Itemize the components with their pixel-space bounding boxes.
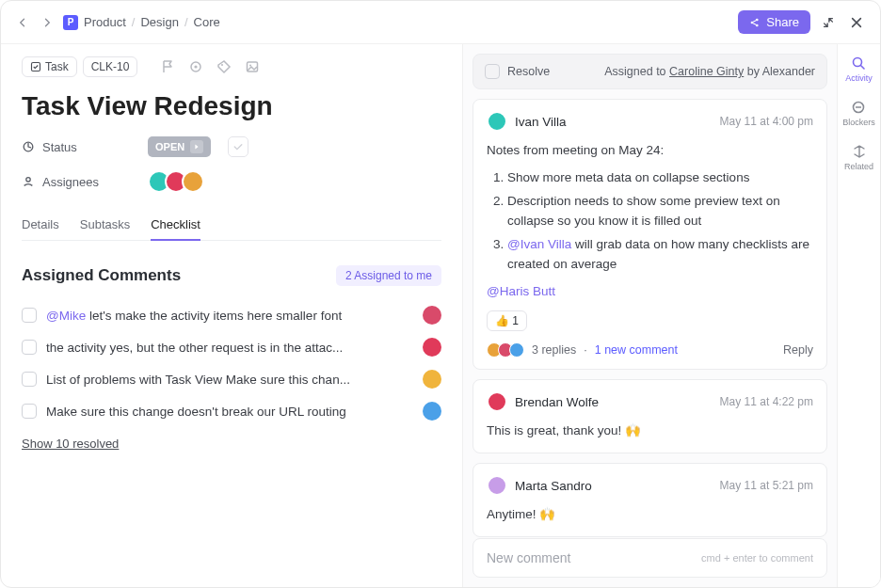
avatar[interactable] bbox=[509, 342, 524, 358]
breadcrumb-sep: / bbox=[132, 15, 136, 29]
svg-point-10 bbox=[26, 178, 30, 182]
comment-row[interactable]: the activity yes, but the other request … bbox=[22, 331, 441, 363]
svg-point-5 bbox=[195, 65, 198, 68]
person-icon bbox=[22, 175, 35, 188]
sidebar-tab-label: Blockers bbox=[842, 118, 875, 127]
comment-checkbox[interactable] bbox=[22, 372, 37, 387]
status-pill[interactable]: OPEN bbox=[148, 136, 211, 157]
sidebar-tab-blockers[interactable]: Blockers bbox=[842, 100, 875, 127]
assignees-label: Assignees bbox=[42, 175, 99, 189]
assigned-prefix: Assigned to bbox=[604, 65, 669, 78]
task-type-label: Task bbox=[45, 60, 69, 73]
task-tabs: DetailsSubtasksChecklist bbox=[22, 210, 441, 241]
avatar[interactable] bbox=[423, 306, 441, 325]
new-comment-input[interactable]: New comment cmd + enter to comment bbox=[473, 538, 827, 578]
right-sidebar: ActivityBlockersRelated bbox=[837, 44, 880, 587]
task-toolbar: Task CLK-10 bbox=[22, 56, 441, 78]
status-icon bbox=[22, 140, 35, 153]
target-icon[interactable] bbox=[184, 56, 207, 78]
assigned-suffix: by Alexander bbox=[744, 65, 815, 78]
activity-pane: Resolve Assigned to Caroline Ginty by Al… bbox=[462, 44, 837, 587]
tag-icon[interactable] bbox=[213, 56, 235, 78]
svg-point-1 bbox=[756, 18, 759, 21]
comment-checkbox[interactable] bbox=[22, 308, 37, 323]
assigned-count-badge[interactable]: 2 Assigned to me bbox=[336, 265, 441, 286]
assigned-name[interactable]: Caroline Ginty bbox=[669, 65, 744, 78]
comment-row[interactable]: List of problems with Task View Make sur… bbox=[22, 363, 441, 395]
breadcrumb-product[interactable]: Product bbox=[84, 15, 126, 29]
comment-row[interactable]: Make sure this change doesn't break our … bbox=[22, 395, 441, 427]
assignees-row: Assignees bbox=[22, 170, 441, 193]
task-main-pane: Task CLK-10 Task View Redesign Status OP… bbox=[1, 44, 462, 587]
comment-body: Notes from meeting on May 24:Show more m… bbox=[487, 141, 813, 301]
nav-back-icon[interactable] bbox=[14, 14, 31, 31]
avatar[interactable] bbox=[423, 370, 441, 389]
status-label: Status bbox=[42, 140, 77, 154]
svg-point-2 bbox=[756, 24, 759, 26]
comment-author[interactable]: Ivan Villa bbox=[515, 115, 713, 129]
comment-text: @Mike let's make the activity items here… bbox=[46, 309, 413, 323]
breadcrumb-sep: / bbox=[184, 15, 188, 29]
avatar[interactable] bbox=[423, 402, 441, 421]
comment-timestamp: May 11 at 5:21 pm bbox=[720, 479, 813, 492]
comment-author[interactable]: Marta Sandro bbox=[515, 479, 713, 493]
assigned-comments-title: Assigned Comments bbox=[22, 266, 181, 285]
comment-footer: 3 replies·1 new commentReply bbox=[487, 342, 813, 358]
collapse-icon[interactable] bbox=[818, 12, 839, 33]
comment-text: List of problems with Task View Make sur… bbox=[46, 373, 413, 387]
activity-card: Brendan WolfeMay 11 at 4:22 pmThis is gr… bbox=[473, 379, 827, 453]
comment-author[interactable]: Brendan Wolfe bbox=[515, 395, 713, 409]
avatar[interactable] bbox=[182, 170, 204, 193]
reply-button[interactable]: Reply bbox=[783, 343, 813, 357]
assignee-avatars[interactable] bbox=[148, 170, 204, 193]
close-icon[interactable] bbox=[846, 12, 867, 33]
tab-details[interactable]: Details bbox=[22, 210, 59, 240]
status-next-icon[interactable] bbox=[190, 140, 203, 153]
task-check-icon bbox=[30, 61, 41, 72]
sidebar-tab-label: Activity bbox=[845, 73, 873, 83]
reaction-button[interactable]: 👍 1 bbox=[487, 310, 527, 331]
resolve-label: Resolve bbox=[507, 65, 550, 78]
comment-body: This is great, thank you! 🙌 bbox=[487, 421, 813, 441]
flag-icon[interactable] bbox=[156, 56, 179, 78]
replies-count[interactable]: 3 replies bbox=[532, 343, 576, 357]
share-button[interactable]: Share bbox=[738, 10, 810, 34]
comment-text: Make sure this change doesn't break our … bbox=[46, 405, 413, 419]
status-row: Status OPEN bbox=[22, 136, 441, 157]
avatar[interactable] bbox=[487, 111, 507, 132]
status-value: OPEN bbox=[155, 141, 184, 152]
comment-checkbox[interactable] bbox=[22, 404, 37, 419]
task-id-chip[interactable]: CLK-10 bbox=[83, 56, 138, 77]
share-icon bbox=[749, 17, 761, 28]
breadcrumb-design[interactable]: Design bbox=[140, 15, 178, 29]
nav-forward-icon[interactable] bbox=[39, 14, 56, 31]
svg-point-0 bbox=[751, 21, 754, 24]
comment-row[interactable]: @Mike let's make the activity items here… bbox=[22, 299, 441, 331]
sidebar-tab-activity[interactable]: Activity bbox=[845, 56, 873, 83]
task-title[interactable]: Task View Redesign bbox=[22, 91, 441, 121]
complete-checkbox[interactable] bbox=[228, 136, 248, 157]
tab-subtasks[interactable]: Subtasks bbox=[80, 210, 130, 240]
topbar: P Product / Design / Core Share bbox=[1, 1, 880, 44]
workspace-icon[interactable]: P bbox=[63, 15, 78, 30]
image-icon[interactable] bbox=[241, 56, 264, 78]
sidebar-tab-related[interactable]: Related bbox=[844, 144, 873, 171]
task-type-chip[interactable]: Task bbox=[22, 56, 77, 77]
new-comment-hint: cmd + enter to comment bbox=[701, 552, 813, 564]
svg-point-8 bbox=[249, 65, 251, 67]
mention-link[interactable]: @Haris Butt bbox=[487, 284, 555, 298]
breadcrumbs: P Product / Design / Core bbox=[63, 15, 220, 30]
task-id-label: CLK-10 bbox=[91, 60, 130, 73]
breadcrumb-core[interactable]: Core bbox=[194, 15, 220, 29]
new-replies-link[interactable]: 1 new comment bbox=[595, 343, 678, 357]
comment-checkbox[interactable] bbox=[22, 340, 37, 355]
tab-checklist[interactable]: Checklist bbox=[151, 210, 200, 241]
resolve-bar: Resolve Assigned to Caroline Ginty by Al… bbox=[473, 54, 827, 89]
show-resolved-link[interactable]: Show 10 resolved bbox=[22, 437, 119, 451]
new-comment-placeholder: New comment bbox=[487, 550, 570, 565]
share-label: Share bbox=[766, 15, 799, 29]
avatar[interactable] bbox=[423, 338, 441, 357]
avatar[interactable] bbox=[487, 475, 507, 496]
avatar[interactable] bbox=[487, 391, 507, 412]
resolve-checkbox[interactable] bbox=[485, 64, 500, 79]
